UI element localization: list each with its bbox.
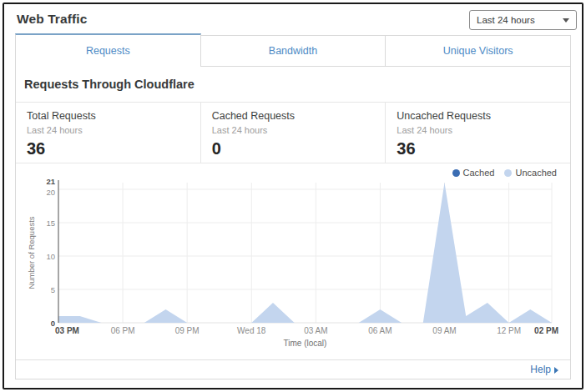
svg-text:15: 15 [46,219,55,228]
panel-footer: Help [16,359,570,379]
stat-cached-requests: Cached Requests Last 24 hours 0 [200,103,386,163]
stat-uncached-requests: Uncached Requests Last 24 hours 36 [385,103,570,163]
svg-text:12 PM: 12 PM [497,326,521,335]
svg-text:21: 21 [46,177,55,186]
svg-text:06 AM: 06 AM [368,326,392,335]
tab-unique-visitors[interactable]: Unique Visitors [385,35,571,67]
stats-row: Total Requests Last 24 hours 36 Cached R… [16,102,570,163]
svg-text:5: 5 [51,285,55,294]
stat-value: 36 [397,139,562,158]
svg-text:09 AM: 09 AM [432,326,456,335]
svg-text:06 PM: 06 PM [111,326,135,335]
page-title: Web Traffic [17,12,87,27]
help-label: Help [530,364,551,375]
svg-text:Number of Requests: Number of Requests [27,216,36,289]
stat-sublabel: Last 24 hours [27,125,192,135]
panel-header: Web Traffic [17,4,87,34]
time-range-dropdown[interactable]: Last 24 hours [469,10,577,30]
tab-requests-label: Requests [86,45,130,57]
svg-text:20: 20 [46,188,55,197]
tab-bar: Requests Bandwidth Unique Visitors [15,33,571,67]
svg-text:03 PM: 03 PM [55,326,79,335]
requests-area-chart-svg[interactable]: 051015202103 PM06 PM09 PMWed 1803 AM06 A… [16,175,572,354]
svg-text:09 PM: 09 PM [175,326,200,335]
stat-value: 0 [212,139,377,158]
triangle-right-icon [554,367,558,374]
stat-sublabel: Last 24 hours [212,125,377,135]
web-traffic-panel: Web Traffic Last 24 hours Requests Bandw… [3,3,583,389]
tab-requests[interactable]: Requests [15,33,201,67]
stat-sublabel: Last 24 hours [397,125,562,135]
stat-value: 36 [27,139,192,158]
tab-bandwidth-label: Bandwidth [269,45,317,57]
tab-unique-visitors-label: Unique Visitors [443,45,513,57]
svg-text:03 AM: 03 AM [304,326,327,335]
svg-text:02 PM: 02 PM [534,326,558,335]
stat-label: Cached Requests [212,110,377,122]
help-link[interactable]: Help [530,364,558,375]
svg-text:10: 10 [46,252,55,261]
stat-label: Uncached Requests [397,110,562,122]
stat-total-requests: Total Requests Last 24 hours 36 [16,103,200,163]
tab-bandwidth[interactable]: Bandwidth [201,35,386,67]
time-range-value: Last 24 hours [477,15,563,25]
requests-tab-panel: Requests Through Cloudflare Total Reques… [15,67,571,379]
svg-text:Wed 18: Wed 18 [237,326,266,335]
stat-label: Total Requests [27,110,192,122]
section-heading: Requests Through Cloudflare [24,78,194,91]
requests-chart[interactable]: 051015202103 PM06 PM09 PMWed 1803 AM06 A… [16,175,572,354]
svg-text:Time (local): Time (local) [284,339,327,348]
chevron-down-icon [563,18,569,23]
